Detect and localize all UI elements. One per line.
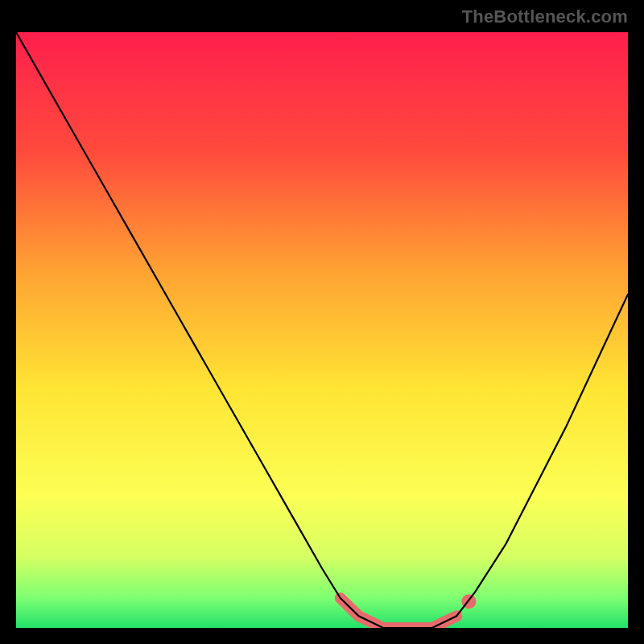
chart-frame: TheBottleneck.com	[0, 0, 644, 644]
bottleneck-curve	[16, 32, 628, 628]
plot-area	[16, 32, 628, 628]
curve-layer	[16, 32, 628, 628]
attribution-text: TheBottleneck.com	[462, 6, 628, 27]
optimal-region-highlight	[341, 598, 456, 628]
